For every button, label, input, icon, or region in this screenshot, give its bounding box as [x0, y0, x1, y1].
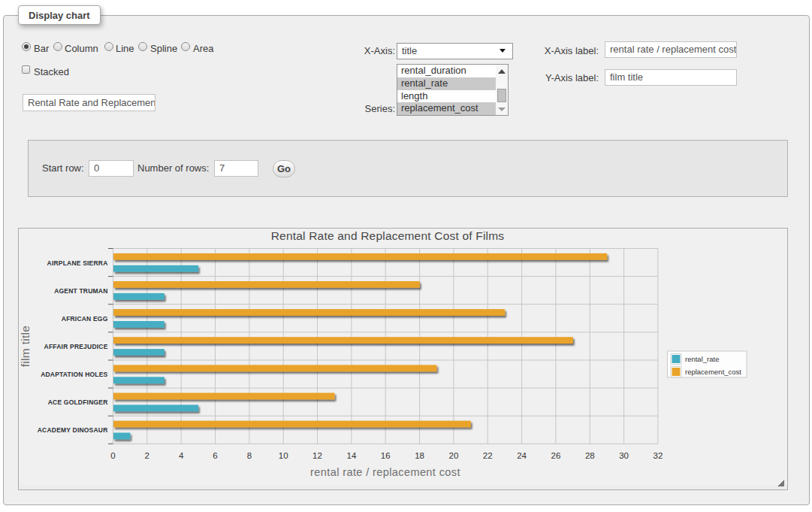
svg-text:0: 0	[110, 451, 115, 460]
svg-text:AIRPLANE SIERRA: AIRPLANE SIERRA	[47, 259, 108, 267]
svg-text:18: 18	[415, 451, 424, 460]
svg-text:10: 10	[279, 451, 288, 460]
svg-text:AFRICAN EGG: AFRICAN EGG	[62, 315, 108, 323]
svg-text:26: 26	[551, 451, 561, 460]
svg-text:4: 4	[179, 451, 184, 460]
svg-text:film title: film title	[19, 326, 32, 368]
svg-text:rental rate / replacement cost: rental rate / replacement cost	[310, 466, 460, 478]
svg-text:ACE GOLDFINGER: ACE GOLDFINGER	[48, 398, 108, 406]
svg-text:AFFAIR PREJUDICE: AFFAIR PREJUDICE	[44, 343, 108, 350]
svg-text:12: 12	[312, 451, 322, 460]
svg-text:8: 8	[247, 451, 252, 460]
svg-text:AGENT TRUMAN: AGENT TRUMAN	[54, 287, 107, 295]
svg-text:30: 30	[619, 451, 629, 460]
svg-text:16: 16	[381, 451, 391, 460]
svg-text:24: 24	[517, 451, 527, 460]
svg-text:20: 20	[449, 451, 459, 460]
svg-text:Rental Rate and Replacement Co: Rental Rate and Replacement Cost of Film…	[271, 229, 505, 242]
svg-text:6: 6	[213, 451, 217, 460]
svg-text:22: 22	[483, 451, 493, 460]
svg-text:rental_rate: rental_rate	[685, 355, 719, 363]
svg-text:replacement_cost: replacement_cost	[685, 368, 741, 376]
svg-text:28: 28	[585, 451, 595, 460]
svg-text:ACADEMY DINOSAUR: ACADEMY DINOSAUR	[38, 426, 108, 434]
svg-text:ADAPTATION HOLES: ADAPTATION HOLES	[41, 371, 107, 378]
svg-text:32: 32	[654, 451, 663, 460]
svg-text:2: 2	[145, 451, 149, 460]
svg-text:14: 14	[347, 451, 357, 460]
